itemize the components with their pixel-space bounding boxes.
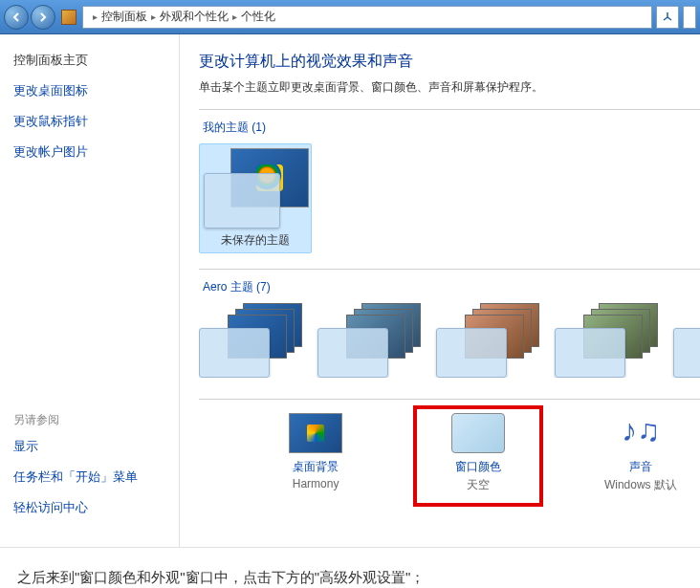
sounds-value: Windows 默认	[581, 477, 700, 493]
aero-themes-section: Aero 主题 (7)	[199, 269, 700, 378]
aero-theme-tile[interactable]	[555, 303, 662, 378]
sidebar-link-taskbar[interactable]: 任务栏和「开始」菜单	[13, 468, 165, 486]
window-body: 控制面板主页 更改桌面图标 更改鼠标指针 更改帐户图片 另请参阅 显示 任务栏和…	[0, 34, 700, 547]
sounds-button[interactable]: ♪♫ 声音 Windows 默认	[581, 413, 700, 507]
sidebar-link-mouse-pointers[interactable]: 更改鼠标指针	[13, 113, 165, 130]
aero-theme-tile[interactable]	[673, 303, 700, 378]
page-title: 更改计算机上的视觉效果和声音	[199, 52, 700, 72]
my-themes-section: 我的主题 (1) 未保存的主题	[199, 109, 700, 253]
desktop-background-label: 桌面背景	[256, 459, 375, 475]
back-button[interactable]	[4, 5, 29, 30]
sidebar-link-ease-of-access[interactable]: 轻松访问中心	[13, 499, 165, 516]
theme-tile-unsaved[interactable]: 未保存的主题	[199, 143, 312, 253]
nav-buttons	[4, 5, 55, 30]
my-themes-label: 我的主题 (1)	[203, 120, 700, 136]
breadcrumb-seg[interactable]: 外观和个性化	[160, 9, 229, 25]
refresh-button[interactable]	[656, 6, 679, 29]
aero-theme-tile[interactable]	[436, 303, 543, 378]
sidebar-link-desktop-icons[interactable]: 更改桌面图标	[13, 82, 165, 99]
desktop-background-value: Harmony	[256, 477, 375, 490]
aero-themes-label: Aero 主题 (7)	[203, 279, 700, 295]
theme-tile-label: 未保存的主题	[204, 232, 307, 249]
forward-button[interactable]	[31, 5, 55, 30]
sidebar-link-display[interactable]: 显示	[13, 438, 165, 455]
sounds-label: 声音	[581, 459, 700, 475]
sidebar: 控制面板主页 更改桌面图标 更改鼠标指针 更改帐户图片 另请参阅 显示 任务栏和…	[0, 34, 180, 547]
page-subtitle: 单击某个主题立即更改桌面背景、窗口颜色、声音和屏幕保护程序。	[199, 79, 700, 96]
caption: 之后来到"窗口颜色和外观"窗口中，点击下方的"高级外观设置"；	[0, 547, 700, 588]
settings-row: 桌面背景 Harmony 窗口颜色 天空 ♪♫ 声音 Windows 默认	[199, 399, 700, 507]
sidebar-title: 控制面板主页	[13, 52, 165, 69]
search-stub[interactable]	[683, 6, 696, 29]
breadcrumb[interactable]: ▸ 控制面板 ▸ 外观和个性化 ▸ 个性化	[82, 6, 652, 29]
breadcrumb-seg[interactable]: 控制面板	[101, 9, 147, 25]
desktop-background-button[interactable]: 桌面背景 Harmony	[256, 413, 375, 507]
breadcrumb-seg[interactable]: 个性化	[241, 9, 275, 25]
aero-theme-tile[interactable]	[317, 303, 425, 378]
address-icon	[61, 10, 77, 25]
content: 更改计算机上的视觉效果和声音 单击某个主题立即更改桌面背景、窗口颜色、声音和屏幕…	[180, 34, 700, 547]
theme-preview	[204, 148, 309, 229]
aero-theme-tile[interactable]	[199, 303, 306, 378]
window-color-button[interactable]: 窗口颜色 天空	[413, 405, 543, 507]
window-color-value: 天空	[425, 477, 532, 493]
see-also-label: 另请参阅	[13, 412, 165, 428]
window-color-label: 窗口颜色	[425, 459, 532, 475]
desktop-background-icon	[289, 413, 342, 453]
window-color-icon	[451, 413, 505, 453]
sidebar-link-account-picture[interactable]: 更改帐户图片	[13, 143, 165, 161]
sounds-icon: ♪♫	[614, 413, 667, 453]
titlebar: ▸ 控制面板 ▸ 外观和个性化 ▸ 个性化	[0, 0, 700, 34]
